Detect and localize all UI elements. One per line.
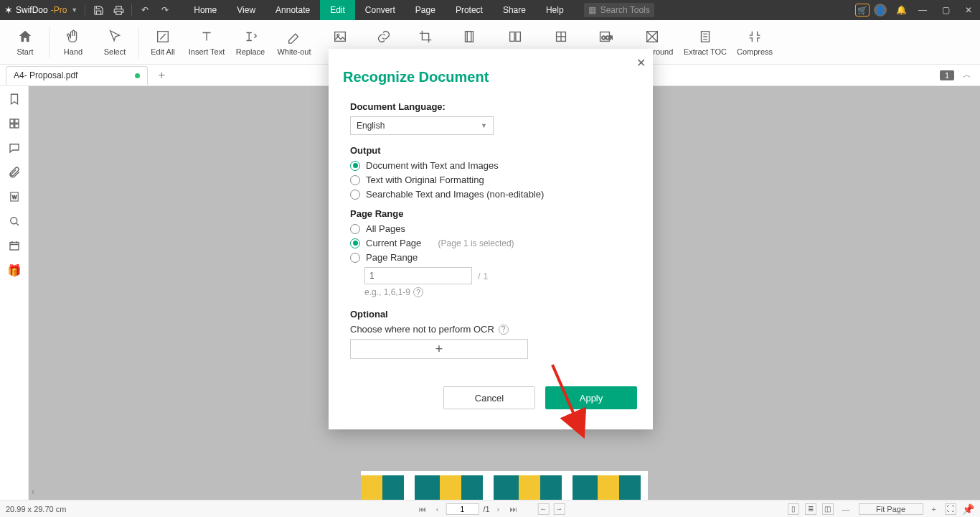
- svg-rect-15: [14, 119, 18, 123]
- minimize-button[interactable]: —: [911, 0, 934, 20]
- attachment-icon[interactable]: [7, 165, 22, 180]
- radio-icon: [350, 224, 360, 234]
- page-input[interactable]: [446, 503, 479, 515]
- add-exclusion-button[interactable]: +: [350, 339, 528, 359]
- page-range-input[interactable]: [364, 267, 472, 284]
- word-icon[interactable]: W: [7, 190, 22, 204]
- menu-edit[interactable]: Edit: [320, 0, 355, 20]
- menu-protect[interactable]: Protect: [446, 0, 493, 20]
- pin-icon[interactable]: 📌: [962, 503, 974, 515]
- facing-icon[interactable]: ◫: [822, 503, 834, 515]
- separator: [131, 4, 132, 16]
- language-value: English: [357, 121, 385, 131]
- output-option-searchable[interactable]: Searchable Text and Images (non-editable…: [350, 189, 631, 200]
- ribbon-extract-toc[interactable]: Extract TOC: [679, 21, 732, 64]
- chevron-down-icon: ▼: [481, 122, 487, 129]
- continuous-icon[interactable]: ≣: [805, 503, 816, 515]
- output-option-text[interactable]: Text with Original Formatting: [350, 174, 631, 185]
- radio-icon: [350, 190, 360, 200]
- svg-text:OCR: OCR: [601, 34, 613, 40]
- maximize-button[interactable]: ▢: [934, 0, 957, 20]
- zoom-in-icon[interactable]: +: [929, 505, 939, 513]
- app-name-2: -Pro: [51, 5, 67, 15]
- titlebar-right: 🛒 👤 🔔 — ▢ ✕: [855, 0, 980, 20]
- app-title[interactable]: ✶ SwifDoo-Pro ▼: [0, 4, 82, 16]
- help-icon[interactable]: ?: [499, 325, 509, 335]
- range-all[interactable]: All Pages: [350, 223, 631, 234]
- comment-icon[interactable]: [7, 141, 22, 155]
- menu-annotate[interactable]: Annotate: [265, 0, 320, 20]
- first-page-icon[interactable]: ⏮: [415, 505, 429, 513]
- svg-rect-6: [467, 31, 471, 42]
- search-icon[interactable]: [7, 214, 22, 228]
- ribbon-select[interactable]: Select: [94, 21, 136, 64]
- optional-label: Optional: [350, 309, 631, 320]
- close-button[interactable]: ✕: [957, 0, 980, 20]
- page-nav: ⏮ ‹ /1 › ⏭ ← →: [415, 503, 565, 515]
- main-menu: Home View Annotate Edit Convert Page Pro…: [184, 0, 573, 20]
- thumbnails-icon[interactable]: [7, 116, 22, 131]
- page-total: /1: [483, 505, 489, 513]
- search-tools[interactable]: ▦ Search Tools: [584, 3, 654, 17]
- redo-icon[interactable]: ↷: [155, 0, 175, 20]
- last-page-icon[interactable]: ⏭: [507, 505, 520, 513]
- gift-icon[interactable]: 🎁: [7, 263, 22, 277]
- menu-page[interactable]: Page: [405, 0, 446, 20]
- menu-help[interactable]: Help: [536, 0, 574, 20]
- output-label: Output: [350, 145, 631, 156]
- svg-text:W: W: [12, 195, 17, 200]
- output-option-doc[interactable]: Document with Text and Images: [350, 160, 631, 171]
- menu-share[interactable]: Share: [493, 0, 536, 20]
- menu-view[interactable]: View: [227, 0, 265, 20]
- page-range-example: e.g., 1,6,1-9?: [364, 287, 631, 297]
- ribbon-start[interactable]: Start: [4, 21, 46, 64]
- menu-home[interactable]: Home: [184, 0, 227, 20]
- apply-button[interactable]: Apply: [545, 386, 637, 409]
- chevron-down-icon: ▼: [71, 6, 77, 14]
- svg-rect-21: [10, 243, 19, 251]
- language-label: Document Language:: [350, 101, 631, 112]
- svg-rect-17: [14, 124, 18, 128]
- page-count-badge: 1: [940, 70, 954, 80]
- document-tab[interactable]: A4- Proposal.pdf: [6, 66, 148, 85]
- next-view-icon[interactable]: →: [553, 503, 565, 515]
- range-custom[interactable]: Page Range: [350, 252, 631, 263]
- svg-rect-1: [116, 11, 122, 14]
- save-icon[interactable]: [88, 0, 108, 20]
- bookmark-icon[interactable]: [7, 92, 22, 106]
- grid-icon: ▦: [588, 5, 596, 15]
- next-page-icon[interactable]: ›: [494, 505, 503, 513]
- cart-icon[interactable]: 🛒: [855, 4, 870, 17]
- svg-rect-0: [116, 6, 122, 9]
- help-icon[interactable]: ?: [413, 287, 423, 297]
- ribbon-compress[interactable]: Compress: [732, 21, 778, 64]
- recognize-document-dialog: ✕ Recognize Document Document Language: …: [329, 49, 653, 429]
- radio-icon: [350, 161, 360, 171]
- fullscreen-icon[interactable]: ⛶: [945, 503, 956, 515]
- single-page-icon[interactable]: ▯: [788, 503, 799, 515]
- zoom-out-icon[interactable]: —: [839, 505, 853, 513]
- calendar-icon[interactable]: [7, 238, 22, 253]
- svg-rect-16: [10, 124, 14, 128]
- cancel-button[interactable]: Cancel: [443, 386, 535, 409]
- prev-view-icon[interactable]: ←: [537, 503, 549, 515]
- radio-icon: [350, 175, 360, 185]
- scroll-left-icon[interactable]: ‹: [32, 487, 34, 497]
- print-icon[interactable]: [108, 0, 128, 20]
- user-icon[interactable]: 👤: [874, 4, 887, 17]
- zoom-level[interactable]: Fit Page: [859, 503, 923, 515]
- ribbon-insert-text[interactable]: Insert Text: [184, 21, 230, 64]
- ribbon-edit-all[interactable]: Edit All: [142, 21, 184, 64]
- add-tab-button[interactable]: +: [152, 66, 171, 85]
- ribbon-replace[interactable]: Replace: [230, 21, 271, 64]
- ribbon-hand[interactable]: Hand: [52, 21, 94, 64]
- range-current[interactable]: Current Page (Page 1 is selected): [350, 238, 631, 248]
- collapse-ribbon-icon[interactable]: ︿: [958, 69, 976, 81]
- language-select[interactable]: English ▼: [350, 116, 494, 135]
- undo-icon[interactable]: ↶: [135, 0, 155, 20]
- dialog-close-button[interactable]: ✕: [636, 56, 646, 70]
- menu-convert[interactable]: Convert: [355, 0, 405, 20]
- ribbon-whiteout[interactable]: White-out: [271, 21, 317, 64]
- prev-page-icon[interactable]: ‹: [433, 505, 442, 513]
- bell-icon[interactable]: 🔔: [891, 0, 911, 20]
